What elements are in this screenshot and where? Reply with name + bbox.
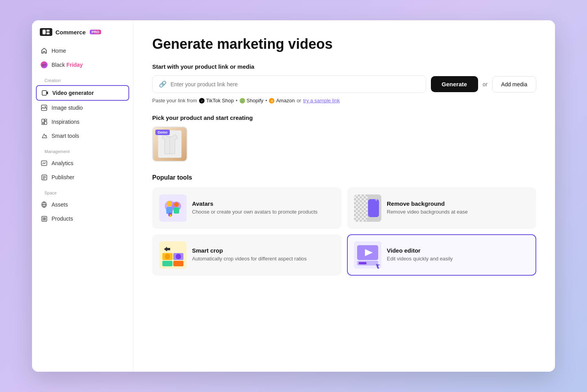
remove-bg-tool-image: ✦ — [354, 194, 381, 222]
svg-rect-8 — [44, 121, 47, 125]
smart-crop-tool-image — [159, 241, 187, 269]
avatars-tool-info: Avatars Choose or create your own avatar… — [192, 200, 318, 216]
video-generator-icon — [41, 89, 48, 96]
sidebar-item-inspirations[interactable]: Inspirations — [36, 115, 129, 129]
shopify-link[interactable]: 🛒 Shopify — [240, 98, 263, 103]
shopify-icon: 🛒 — [240, 98, 245, 103]
link-icon: 🔗 — [159, 80, 167, 88]
app-window: CommercePRO Home 🏷 Black Friday Cr — [32, 20, 555, 372]
tool-card-remove-bg[interactable]: ✦ Remove background Remove video backgro… — [347, 187, 536, 229]
amazon-link[interactable]: a Amazon — [269, 98, 295, 103]
analytics-icon — [41, 160, 48, 167]
page-title: Generate marketing videos — [152, 36, 536, 52]
svg-point-37 — [165, 254, 170, 259]
sidebar-item-smart-tools[interactable]: Smart tools — [36, 129, 129, 143]
svg-point-39 — [176, 254, 181, 259]
input-row: 🔗 Generate or Add media — [152, 75, 536, 93]
add-media-button[interactable]: Add media — [492, 76, 536, 93]
svg-rect-0 — [43, 30, 46, 34]
logo-badge: PRO — [90, 30, 101, 34]
svg-rect-22 — [166, 207, 173, 214]
input-section-label: Start with your product link or media — [152, 63, 536, 70]
svg-rect-12 — [42, 216, 47, 221]
svg-text:✦: ✦ — [374, 197, 378, 203]
product-link-input-wrapper[interactable]: 🔗 — [152, 75, 426, 93]
logo-text: Commerce — [55, 29, 86, 36]
smart-crop-tool-info: Smart crop Automatically crop videos for… — [192, 247, 307, 262]
sidebar-item-video-generator[interactable]: Video generator — [36, 85, 129, 101]
smart-tools-icon — [41, 132, 48, 139]
svg-rect-16 — [44, 219, 46, 220]
generate-button[interactable]: Generate — [431, 76, 478, 92]
tools-grid: ✋ Avatars Choose or create your own avat… — [152, 187, 536, 276]
svg-point-21 — [167, 201, 172, 207]
svg-point-23 — [174, 202, 179, 207]
logo: CommercePRO — [32, 28, 133, 44]
video-editor-tool-image — [354, 241, 381, 269]
or-separator: or — [483, 81, 487, 87]
section-creation-label: Creation — [36, 72, 129, 85]
sidebar-item-black-friday[interactable]: 🏷 Black Friday — [36, 58, 129, 72]
svg-rect-14 — [44, 217, 46, 219]
sidebar-item-image-studio[interactable]: Image studio — [36, 101, 129, 115]
amazon-icon: a — [269, 98, 274, 103]
sidebar-item-products[interactable]: Products — [36, 212, 129, 226]
black-friday-icon: 🏷 — [41, 61, 48, 68]
remove-bg-tool-info: Remove background Remove video backgroun… — [387, 200, 468, 216]
demo-badge: Demo — [155, 130, 170, 135]
paste-links-info: Paste your link from ♪ TikTok Shop • 🛒 S… — [152, 98, 536, 103]
svg-rect-9 — [42, 123, 44, 125]
svg-rect-41 — [173, 261, 183, 266]
sidebar-item-home[interactable]: Home — [36, 44, 129, 58]
svg-rect-40 — [162, 261, 173, 266]
pick-product-section: Pick your product and start creating Dem… — [152, 114, 536, 162]
sidebar-item-publisher[interactable]: Publisher — [36, 170, 129, 184]
popular-tools-title: Popular tools — [152, 174, 536, 181]
sidebar-item-analytics[interactable]: Analytics — [36, 156, 129, 170]
products-icon — [41, 215, 48, 222]
svg-rect-2 — [46, 32, 50, 34]
main-content: Generate marketing videos Start with you… — [133, 20, 555, 372]
assets-icon — [41, 201, 48, 208]
tool-card-smart-crop[interactable]: Smart crop Automatically crop videos for… — [152, 234, 342, 276]
sidebar: CommercePRO Home 🏷 Black Friday Cr — [32, 20, 133, 372]
product-link-field[interactable] — [171, 81, 420, 87]
inspirations-icon — [41, 118, 48, 125]
section-management-label: Management — [36, 143, 129, 156]
image-studio-icon — [41, 104, 48, 111]
svg-text:✋: ✋ — [169, 214, 173, 217]
sidebar-nav: Home 🏷 Black Friday Creation Vi — [32, 44, 133, 226]
publisher-icon — [41, 174, 48, 181]
home-icon — [41, 47, 48, 54]
logo-icon — [40, 28, 52, 36]
tiktok-icon: ♪ — [199, 98, 205, 103]
svg-rect-13 — [43, 217, 44, 219]
svg-point-5 — [45, 106, 46, 107]
sample-link[interactable]: try a sample link — [303, 98, 340, 103]
video-editor-tool-info: Video editor Edit videos quickly and eas… — [387, 247, 453, 262]
svg-rect-28 — [354, 194, 368, 222]
section-space-label: Space — [36, 184, 129, 198]
tiktok-shop-link[interactable]: ♪ TikTok Shop — [199, 98, 234, 103]
svg-rect-6 — [42, 119, 44, 123]
popular-tools-section: Popular tools — [152, 174, 536, 276]
sidebar-item-assets[interactable]: Assets — [36, 198, 129, 212]
svg-rect-46 — [359, 262, 366, 264]
avatars-tool-image: ✋ — [159, 194, 187, 222]
tool-card-avatars[interactable]: ✋ Avatars Choose or create your own avat… — [152, 187, 342, 229]
demo-product-card[interactable]: Demo — [152, 127, 187, 162]
svg-rect-1 — [46, 30, 50, 32]
svg-rect-15 — [43, 219, 44, 220]
tool-card-video-editor[interactable]: Video editor Edit videos quickly and eas… — [347, 234, 536, 276]
svg-rect-7 — [44, 119, 47, 121]
svg-rect-3 — [42, 91, 46, 95]
svg-rect-24 — [174, 207, 179, 214]
pick-section-label: Pick your product and start creating — [152, 114, 536, 121]
